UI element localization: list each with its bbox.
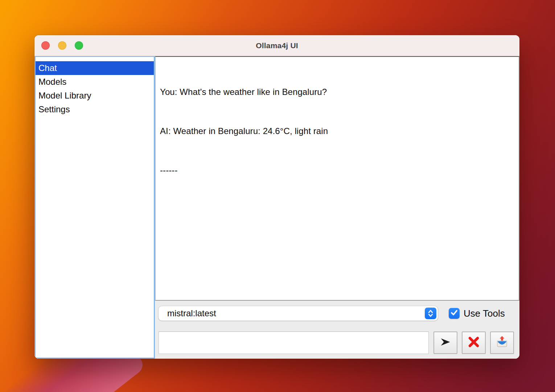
traffic-lights: [41, 35, 83, 56]
send-button[interactable]: [433, 331, 457, 354]
composer-panel: mistral:latest: [155, 301, 519, 359]
use-tools-label: Use Tools: [464, 308, 505, 319]
chat-ai-message: AI: Weather in Bengaluru: 24.6°C, light …: [160, 125, 514, 138]
red-x-icon: [468, 336, 480, 350]
sidebar-item-model-library[interactable]: Model Library: [36, 89, 154, 103]
close-window-button[interactable]: [41, 41, 50, 50]
window-title: Ollama4j UI: [256, 41, 298, 50]
sidebar-item-models[interactable]: Models: [36, 75, 154, 89]
sidebar-item-chat[interactable]: Chat: [36, 61, 154, 75]
use-tools-control: Use Tools: [449, 308, 505, 319]
sidebar-nav-list: Chat Models Model Library Settings: [34, 56, 155, 359]
sidebar-item-settings[interactable]: Settings: [36, 103, 154, 116]
checkmark-icon: [450, 308, 459, 318]
app-window: Ollama4j UI Chat Models Model Library Se…: [34, 35, 519, 359]
cancel-button[interactable]: [462, 331, 486, 354]
message-input[interactable]: [159, 331, 429, 354]
minimize-window-button[interactable]: [58, 41, 66, 50]
stepper-icon: [425, 308, 436, 319]
zoom-window-button[interactable]: [75, 41, 83, 50]
use-tools-checkbox[interactable]: [449, 308, 460, 319]
chat-separator: ------: [160, 164, 514, 177]
titlebar[interactable]: Ollama4j UI: [34, 35, 519, 56]
model-select-value: mistral:latest: [167, 308, 216, 318]
outbox-tray-icon: [495, 335, 509, 350]
chat-user-message: You: What's the weather like in Bengalur…: [160, 86, 514, 99]
chat-transcript[interactable]: You: What's the weather like in Bengalur…: [155, 56, 519, 301]
send-arrow-icon: [439, 337, 452, 349]
model-select-dropdown[interactable]: mistral:latest: [159, 306, 438, 321]
upload-button[interactable]: [490, 331, 514, 354]
